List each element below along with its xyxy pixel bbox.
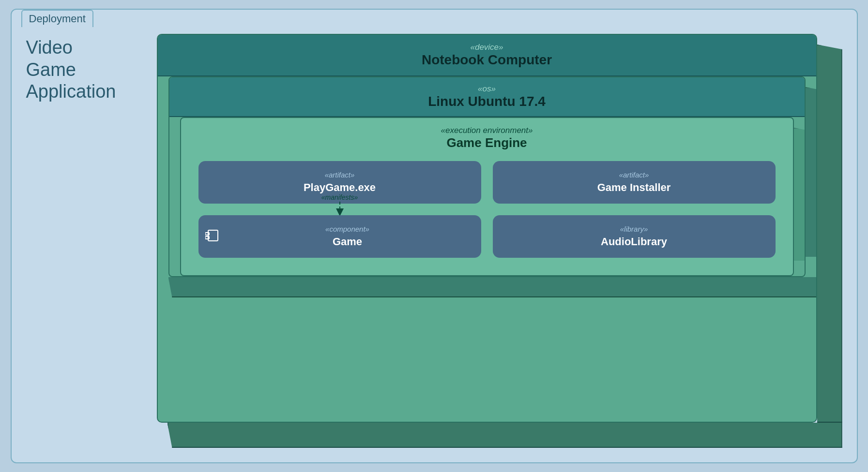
device-front: «device» Notebook Computer — [157, 34, 817, 423]
os-3d-bottom — [168, 277, 817, 297]
title-line1: Video — [26, 37, 73, 58]
exec-header: «execution environment» Game Engine — [181, 118, 793, 154]
game-name: Game — [224, 236, 472, 248]
left-label-area: Deployment Video Game Application — [12, 10, 152, 462]
artifact-installer: «artifact» Game Installer — [493, 161, 776, 204]
device-3d-bottom — [168, 423, 842, 448]
device-name: Notebook Computer — [168, 52, 807, 68]
arrow-svg — [320, 202, 359, 215]
svg-rect-1 — [208, 230, 218, 241]
exec-stereotype: «execution environment» — [191, 126, 783, 135]
deployment-tab: Deployment — [21, 10, 93, 27]
device-header: «device» Notebook Computer — [158, 35, 816, 76]
arrow-area: «manifests» — [306, 193, 374, 215]
title-line3: Application — [26, 81, 116, 102]
os-stereotype: «os» — [478, 84, 496, 93]
os-layer: «os» Linux Ubuntu 17.4 — [168, 76, 806, 277]
exec-layer: «execution environment» Game Engine «art… — [180, 117, 794, 276]
title-line2: Game — [26, 59, 76, 80]
deployment-tab-text: Deployment — [29, 13, 86, 25]
diagram-container: Deployment Video Game Application — [11, 9, 858, 463]
device-layer: «device» Notebook Computer — [157, 34, 842, 448]
exec-name: Game Engine — [191, 135, 783, 150]
exec-3d-bottom — [180, 276, 806, 277]
installer-name: Game Installer — [503, 181, 766, 194]
os-front: «os» Linux Ubuntu 17.4 — [168, 76, 806, 277]
component-icon — [205, 228, 220, 245]
os-3d-right — [806, 87, 817, 257]
installer-stereotype: «artifact» — [619, 171, 649, 179]
game-stereotype: «component» — [325, 225, 369, 233]
artifacts-grid: «artifact» PlayGame.exe «artifact» Game … — [181, 154, 793, 275]
audio-name: AudioLibrary — [503, 236, 766, 248]
playgame-stereotype: «artifact» — [325, 171, 355, 179]
playgame-name: PlayGame.exe — [208, 181, 472, 194]
component-icon-svg — [205, 228, 220, 243]
diagram-title: Video Game Application — [26, 37, 142, 103]
diagram-area: «device» Notebook Computer — [152, 10, 857, 462]
library-audio: «library» AudioLibrary — [493, 215, 776, 258]
audio-stereotype: «library» — [620, 225, 648, 233]
exec-front: «execution environment» Game Engine «art… — [180, 117, 794, 276]
os-name: Linux Ubuntu 17.4 — [179, 94, 795, 109]
device-3d-right — [817, 44, 842, 423]
device-stereotype: «device» — [470, 43, 503, 52]
component-game-wrapper: «manifests» — [198, 215, 481, 258]
exec-3d-right — [794, 128, 806, 261]
os-header: «os» Linux Ubuntu 17.4 — [169, 77, 805, 117]
arrow-label: «manifests» — [321, 193, 358, 201]
component-game: «component» Game — [198, 215, 481, 258]
